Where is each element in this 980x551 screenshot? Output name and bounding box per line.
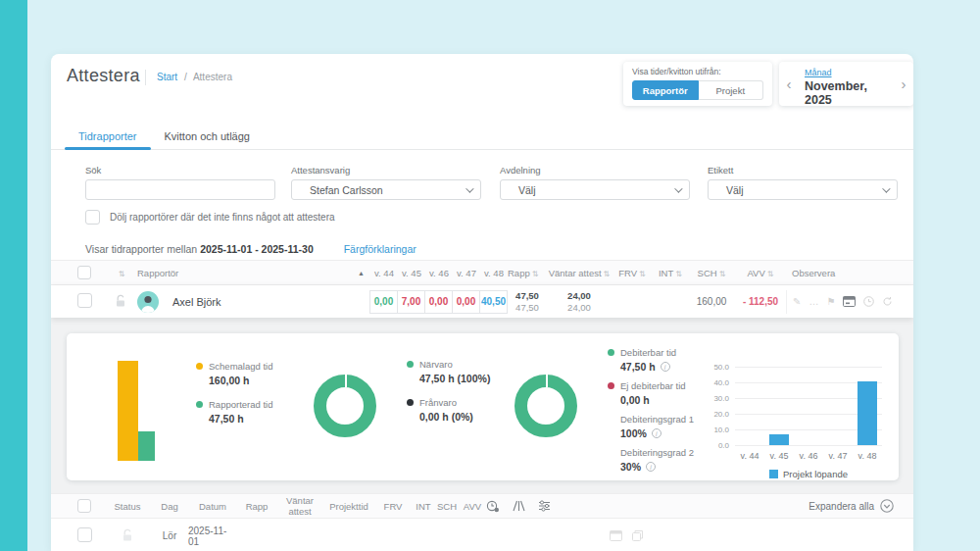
legend-dot <box>196 401 203 408</box>
sch-cell: 160,00 <box>688 296 735 307</box>
column-day-avv: AVV <box>459 501 486 512</box>
hide-empty-reporters-label: Dölj rapportörer där det inte finns någo… <box>110 212 335 223</box>
legend-dot <box>608 349 614 356</box>
time-totals-chart <box>118 361 155 461</box>
legend-dot <box>196 363 203 370</box>
day-row-checkbox[interactable] <box>77 527 92 542</box>
breadcrumb-current: Attestera <box>193 72 232 82</box>
column-day-int: INT <box>412 501 435 512</box>
column-status: Status <box>104 501 151 512</box>
sort-icon: ⇅ <box>604 270 611 278</box>
select-all-checkbox[interactable] <box>77 266 91 279</box>
unlock-icon[interactable] <box>122 528 133 542</box>
next-period-button[interactable]: › <box>894 62 913 106</box>
schedule-calendar-icon[interactable] <box>843 296 856 307</box>
legend-square <box>769 470 778 478</box>
period-mode-link[interactable]: Månad <box>805 68 832 77</box>
column-week-44[interactable]: v. 44 <box>370 268 398 278</box>
day-select-all-checkbox[interactable] <box>77 499 91 513</box>
pencil-icon: ✎ <box>793 296 801 307</box>
search-input[interactable] <box>85 179 275 200</box>
tab-tidrapporter[interactable]: Tidrapporter <box>65 125 151 149</box>
sliders-icon[interactable] <box>538 500 551 512</box>
approver-label: Attestansvarig <box>291 165 481 175</box>
approver-select[interactable]: Stefan Carlsson <box>291 179 481 200</box>
row-checkbox[interactable] <box>77 293 92 308</box>
column-avv[interactable]: AVV⇅ <box>735 268 786 278</box>
clock-settings-icon[interactable] <box>486 500 500 513</box>
tab-bar: Tidrapporter Kvitton och utlägg <box>51 125 913 150</box>
avatar <box>137 291 159 313</box>
day-row-icons <box>570 530 894 541</box>
column-vantar-attest[interactable]: Väntar attest⇅ <box>547 268 612 278</box>
week-45-value[interactable]: 7,00 <box>397 290 425 314</box>
date-range: 2025-11-01 - 2025-11-30 <box>200 243 314 255</box>
info-icon[interactable]: i <box>652 428 662 438</box>
prev-period-button[interactable]: ‹ <box>779 62 799 106</box>
sort-icon: ⇅ <box>767 270 774 278</box>
refresh-icon <box>882 296 893 307</box>
week-47-value[interactable]: 0,00 <box>452 290 480 314</box>
dots-icon: … <box>808 296 818 307</box>
sort-icon: ⇅ <box>639 270 646 278</box>
legend-dot <box>407 361 414 368</box>
calendar-icon <box>610 530 622 541</box>
breadcrumb-home-link[interactable]: Start <box>157 72 177 82</box>
header-divider <box>145 70 146 85</box>
column-rapp[interactable]: Rapp⇅ <box>508 268 547 278</box>
avv-cell: - 112,50 <box>735 296 786 307</box>
department-select[interactable]: Välj <box>500 179 690 200</box>
period-value: November, 2025 <box>805 79 894 107</box>
week-44-value[interactable]: 0,00 <box>369 290 398 314</box>
column-week-46[interactable]: v. 46 <box>425 268 453 278</box>
color-legend-link[interactable]: Färgförklaringar <box>344 243 416 255</box>
tag-select[interactable]: Välj <box>708 179 898 200</box>
toggle-rapportor-button[interactable]: Rapportör <box>632 80 699 100</box>
column-frv[interactable]: FRV⇅ <box>612 268 653 278</box>
lock-sort-icon[interactable]: ⇅ <box>119 270 125 278</box>
day-row[interactable]: Lör 2025-11-01 <box>51 519 913 551</box>
search-label: Sök <box>85 165 275 175</box>
week-46-value[interactable]: 0,00 <box>424 290 453 314</box>
tab-kvitton-och-utlagg[interactable]: Kvitton och utlägg <box>151 125 264 149</box>
hide-empty-reporters-checkbox[interactable] <box>85 210 100 225</box>
column-week-45[interactable]: v. 45 <box>398 268 425 278</box>
column-week-47[interactable]: v. 47 <box>453 268 480 278</box>
chevron-down-icon <box>466 184 473 192</box>
presence-donut <box>314 375 376 437</box>
toggle-projekt-button[interactable]: Projekt <box>699 80 764 100</box>
column-day-frv: FRV <box>374 501 412 512</box>
tag-value: Välj <box>726 184 882 196</box>
expand-all-button[interactable]: Expandera alla <box>808 499 894 513</box>
weekly-x-axis: v. 44 v. 45 v. 46 v. 47 v. 48 <box>735 451 882 461</box>
reporter-cell[interactable]: Axel Björk <box>137 291 370 313</box>
clock-outline-icon <box>863 296 874 307</box>
vantar-attest-cell: 24,00 24,00 <box>547 290 612 314</box>
info-icon[interactable]: i <box>661 362 670 372</box>
legend-dot <box>407 399 414 406</box>
rapp-cell: 47,50 47,50 <box>508 290 547 314</box>
hide-empty-reporters-row: Dölj rapportörer där det inte finns någo… <box>85 210 335 225</box>
column-rapportor[interactable]: Rapportör ▲ <box>137 268 370 278</box>
view-toggle-label: Visa tider/kvitton utifrån: <box>632 67 763 76</box>
bar-v48 <box>858 381 877 445</box>
column-int[interactable]: INT⇅ <box>653 268 688 278</box>
range-info: Visar tidrapporter mellan 2025-11-01 - 2… <box>85 243 416 255</box>
breadcrumb: Start / Attestera <box>157 72 232 82</box>
column-sch[interactable]: SCH⇅ <box>688 268 735 278</box>
period-picker: ‹ Månad November, 2025 › <box>779 62 913 106</box>
unlock-icon[interactable] <box>115 294 126 308</box>
presence-legend: Närvaro 47,50 h (100%) Frånvaro 0,00 h (… <box>407 359 490 435</box>
column-week-48[interactable]: v. 48 <box>480 268 508 278</box>
day-night-icon[interactable] <box>513 500 525 512</box>
column-observera: Observera <box>786 268 900 278</box>
column-datum: Datum <box>188 501 237 512</box>
column-day-rapp: Rapp <box>237 501 276 512</box>
info-icon[interactable]: i <box>646 462 656 472</box>
sorted-asc-icon: ▲ <box>358 270 365 276</box>
department-value: Välj <box>518 184 674 196</box>
reporter-name: Axel Björk <box>172 296 221 308</box>
view-toggle-card: Visa tider/kvitton utifrån: Rapportör Pr… <box>623 62 772 106</box>
week-48-value[interactable]: 40,50 <box>479 290 508 314</box>
column-day-vantar-attest: Väntar attest <box>276 495 323 517</box>
